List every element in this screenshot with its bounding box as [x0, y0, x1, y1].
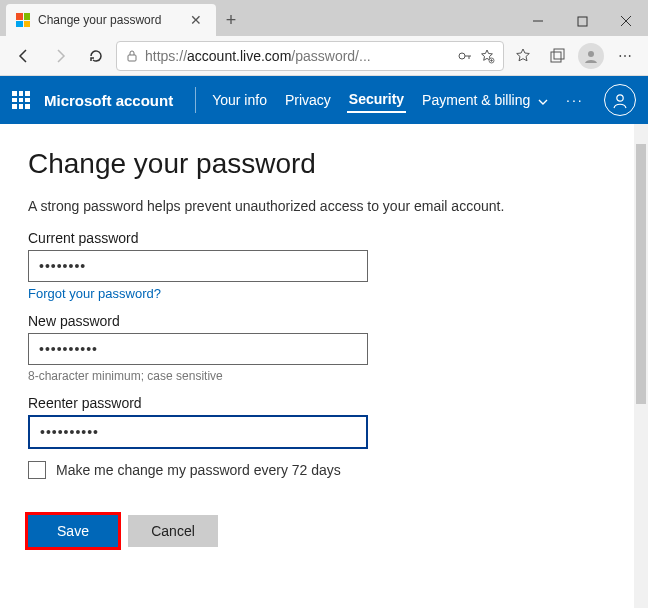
current-password-label: Current password — [28, 230, 606, 246]
svg-point-5 — [459, 53, 465, 59]
microsoft-icon — [16, 13, 30, 27]
collections-icon[interactable] — [542, 41, 572, 71]
tab-title: Change your password — [38, 13, 178, 27]
minimize-button[interactable] — [516, 6, 560, 36]
forward-button[interactable] — [44, 40, 76, 72]
browser-tab[interactable]: Change your password ✕ — [6, 4, 216, 36]
account-icon[interactable] — [604, 84, 636, 116]
favorites-icon[interactable] — [508, 41, 538, 71]
url-text: https://account.live.com/password/... — [145, 48, 451, 64]
svg-rect-10 — [554, 49, 564, 59]
address-bar: https://account.live.com/password/... ⋯ — [0, 36, 648, 76]
close-window-button[interactable] — [604, 6, 648, 36]
svg-rect-9 — [551, 52, 561, 62]
password-hint: 8-character minimum; case sensitive — [28, 369, 606, 383]
titlebar: Change your password ✕ + — [0, 0, 648, 36]
profile-button[interactable] — [576, 41, 606, 71]
brand-label[interactable]: Microsoft account — [44, 92, 173, 109]
maximize-button[interactable] — [560, 6, 604, 36]
star-add-icon[interactable] — [479, 48, 495, 64]
page-description: A strong password helps prevent unauthor… — [28, 198, 606, 214]
nav-privacy[interactable]: Privacy — [283, 88, 333, 112]
svg-rect-1 — [578, 17, 587, 26]
scrollbar[interactable] — [634, 124, 648, 608]
save-button[interactable]: Save — [28, 515, 118, 547]
site-nav: Microsoft account Your info Privacy Secu… — [0, 76, 648, 124]
app-launcher-icon[interactable] — [12, 91, 30, 109]
nav-divider — [195, 87, 196, 113]
cancel-button[interactable]: Cancel — [128, 515, 218, 547]
reenter-password-input[interactable]: •••••••••• — [28, 415, 368, 449]
new-password-input[interactable]: •••••••••• — [28, 333, 368, 365]
back-button[interactable] — [8, 40, 40, 72]
nav-more[interactable]: ··· — [564, 88, 586, 112]
close-tab-icon[interactable]: ✕ — [186, 11, 206, 29]
rotate-password-checkbox[interactable] — [28, 461, 46, 479]
nav-security[interactable]: Security — [347, 87, 406, 113]
rotate-password-label: Make me change my password every 72 days — [56, 462, 341, 478]
url-input[interactable]: https://account.live.com/password/... — [116, 41, 504, 71]
key-icon[interactable] — [457, 48, 473, 64]
more-menu-button[interactable]: ⋯ — [610, 41, 640, 71]
new-password-label: New password — [28, 313, 606, 329]
current-password-input[interactable]: •••••••• — [28, 250, 368, 282]
nav-your-info[interactable]: Your info — [210, 88, 269, 112]
lock-icon — [125, 49, 139, 63]
svg-point-12 — [617, 95, 623, 101]
page-content: Change your password A strong password h… — [0, 124, 634, 608]
page-heading: Change your password — [28, 148, 606, 180]
nav-payment[interactable]: Payment & billing — [420, 88, 550, 112]
new-tab-button[interactable]: + — [216, 4, 246, 36]
refresh-button[interactable] — [80, 40, 112, 72]
svg-rect-4 — [128, 55, 136, 61]
svg-point-11 — [588, 51, 594, 57]
reenter-password-label: Reenter password — [28, 395, 606, 411]
forgot-password-link[interactable]: Forgot your password? — [28, 286, 606, 301]
